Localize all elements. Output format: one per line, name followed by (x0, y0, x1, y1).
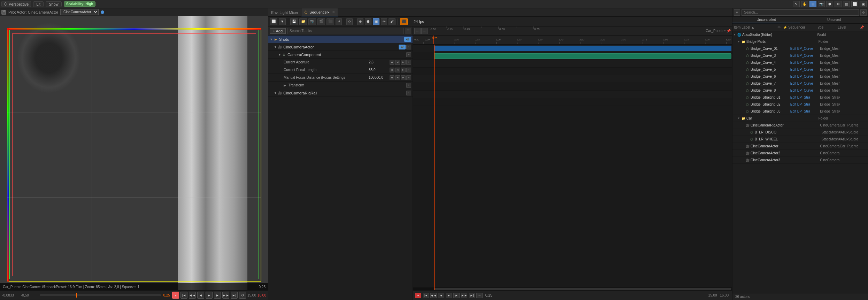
bp-loop-end-btn[interactable]: → (476, 293, 483, 298)
cursor-tool-btn[interactable]: ↖ (793, 1, 800, 7)
bp-record-btn[interactable]: ● (415, 293, 421, 298)
bp-prev-btn[interactable]: ◄◄ (430, 293, 437, 298)
mode2-btn[interactable]: ▼ (279, 18, 286, 25)
timeline-tracks-area[interactable] (413, 45, 732, 290)
bp-skip-end-btn[interactable]: ►| (469, 293, 475, 298)
ol-row-bstraight03[interactable]: ⬡ Bridge_Straight_03 Edit BP_Stra Bridge… (732, 108, 868, 115)
ol-row-bridgecurve5[interactable]: ⬡ Bridge_Curve_5 Edit BP_Curve Bridge_Me… (732, 66, 868, 73)
vp-prev-frame-btn[interactable]: ◄◄ (189, 292, 196, 299)
prop-focusdist-row[interactable]: Manual Focus Distance (Focus Settings 10… (268, 74, 413, 82)
viewport[interactable]: Car_Puente CineCamer: #flmbackPreset: 16… (0, 16, 268, 290)
ol-row-bridgecurve3[interactable]: ⬡ Bridge_Curve_3 Edit BP_Curve Bridge_Me… (732, 52, 868, 59)
env-light-mixer-tab[interactable]: Env. Light Mixer (268, 8, 301, 16)
camera-seq-btn[interactable]: 📷 (308, 18, 316, 25)
focal-prev-btn[interactable]: ◄ (395, 68, 400, 72)
tl-nav-left-btn[interactable]: ← (414, 28, 421, 34)
ol-row-bridgecurve7[interactable]: ⬡ Bridge_Curve_7 Edit BP_Curve Bridge_Me… (732, 80, 868, 87)
focus-key-btn[interactable]: ◆ (390, 75, 394, 80)
tl-shots-row[interactable] (413, 45, 732, 52)
tl-scrollbar[interactable] (413, 287, 732, 290)
aperture-add-btn[interactable]: + (406, 60, 411, 65)
search-tracks-input[interactable] (287, 28, 404, 34)
tracks-filter-btn[interactable]: ☰ (405, 28, 411, 34)
perspective-button[interactable]: ⬡ Perspective (1, 1, 31, 7)
save-btn[interactable]: 💾 (290, 18, 298, 25)
vp-timeline-scrub[interactable] (40, 294, 161, 296)
mode-btn[interactable]: ⬜ (270, 18, 277, 25)
pan-tool-btn[interactable]: ✋ (801, 1, 808, 7)
ol-row-cinecamactor2[interactable]: 🎥 CineCameraActor2 CineCameraA (732, 150, 868, 157)
lit-button[interactable]: Lit (33, 1, 44, 7)
arrow-btn[interactable]: ↗ (336, 18, 342, 25)
col-sequencer-label[interactable]: ⚡ Sequencer (783, 25, 816, 29)
uncontrolled-tab[interactable]: Uncontrolled (732, 17, 800, 23)
ol-row-car-folder[interactable]: ▼ 📁 Car Folder (732, 115, 868, 122)
outliner-search-input[interactable] (742, 9, 859, 16)
screen-tool-btn[interactable]: ⬜ (851, 1, 858, 7)
prop-aperture-row[interactable]: Current Aperture 2,8 ◆ ◄ ► + (268, 59, 413, 66)
focus-prev-btn[interactable]: ◄ (395, 75, 400, 80)
vp-next-frame-btn[interactable]: ►► (222, 292, 229, 299)
cinecam-clip[interactable] (434, 53, 731, 59)
vp-skip-end-btn[interactable]: ►| (231, 292, 238, 299)
bp-play-btn[interactable]: ► (446, 293, 452, 298)
pen-btn[interactable]: ✏ (381, 18, 387, 25)
vp-skip-start-btn[interactable]: |◄ (180, 292, 187, 299)
screen-size-btn[interactable]: ▣ (860, 1, 867, 7)
focus-add-btn[interactable]: + (406, 75, 411, 80)
ol-row-atluxstudio[interactable]: ▼ 🌐 AtluxStudio (Editor) World (732, 31, 868, 38)
col-item-label[interactable]: Item Label ▲ (734, 25, 777, 29)
transform-add-btn[interactable]: + (406, 83, 411, 88)
ol-row-bridgecurve4[interactable]: ⬡ Bridge_Curve_4 Edit BP_Curve Bridge_Me… (732, 59, 868, 66)
paint-btn[interactable]: 🖌 (389, 18, 395, 25)
ol-row-cinecamactor3[interactable]: 🎥 CineCameraActor3 CineCameraA (732, 157, 868, 164)
atlux-expand[interactable]: ▼ (732, 33, 737, 36)
bp-step-fwd-btn[interactable]: ► (453, 293, 460, 298)
vp-loop-btn[interactable]: ↺ (239, 292, 246, 299)
track-cinecamera[interactable]: ▼ 🎥 CineCameraActor 📹 + (268, 43, 413, 51)
record-btn[interactable]: ⬛ (400, 18, 408, 25)
outliner-settings-btn[interactable]: ⚙ (860, 9, 867, 16)
aperture-prev-btn[interactable]: ◄ (395, 60, 400, 65)
ol-row-bridgecurve01[interactable]: ⬡ Bridge_Curve_01 Edit BP_Curve Bridge_M… (732, 45, 868, 52)
shots-clip[interactable] (434, 46, 731, 51)
track-shots[interactable]: ▼ ▶ Shots 📹 (268, 36, 413, 43)
camcomp-ctrl-btn[interactable]: + (406, 52, 411, 57)
vp-record-btn[interactable]: ● (172, 292, 179, 299)
ol-row-cinecam-rig[interactable]: 🎥 CineCameraRigActor CineCamera1 Car_Pue… (732, 122, 868, 129)
film-btn[interactable]: 🎬 (317, 18, 325, 25)
prop-focallength-row[interactable]: Current Focal Length 85,0 ◆ ◄ ► + (268, 66, 413, 74)
col-level-label[interactable]: Level (838, 25, 860, 29)
vp-step-back-btn[interactable]: ◄ (197, 292, 204, 299)
mesh-tool-btn[interactable]: ⬢ (826, 1, 833, 7)
settings-tool-btn[interactable]: ⚙ (835, 1, 842, 7)
transform-btn[interactable]: ⊕ (357, 18, 363, 25)
show-button[interactable]: Show (46, 1, 62, 7)
aperture-next-btn[interactable]: ► (401, 60, 406, 65)
key-btn[interactable]: ⬛ (327, 18, 334, 25)
track-cameracomponent[interactable]: ▼ ⚙ CameraComponent + (268, 51, 413, 59)
focal-next-btn[interactable]: ► (401, 68, 406, 72)
grid-tool-btn[interactable]: ▦ (843, 1, 850, 7)
ol-row-bstraight02[interactable]: ⬡ Bridge_Straight_02 Edit BP_Stra Bridge… (732, 101, 868, 108)
add-track-button[interactable]: + Add (270, 28, 286, 34)
bridgeparts-expand[interactable]: ▼ (737, 40, 741, 43)
snap-seq-btn[interactable]: ⬢ (365, 18, 371, 25)
sequencer-tab[interactable]: ⏱ Sequencer• ✕ (301, 8, 338, 16)
select-btn[interactable]: ▣ (373, 18, 379, 25)
focal-add-btn[interactable]: + (406, 68, 411, 72)
prop-transform-row[interactable]: ▶ Transform + (268, 82, 413, 89)
tl-nav-right-btn[interactable]: → (421, 28, 428, 34)
focal-key-btn[interactable]: ◆ (390, 68, 394, 72)
ol-row-wheel[interactable]: ⬡ B_LR_WHEEL StaticMeshAc AtluxStudio (732, 136, 868, 143)
track-cinecamrigrail[interactable]: ▼ 🎥 CineCameraRigRail + (268, 89, 413, 97)
rigrail-add-btn[interactable]: + (406, 91, 411, 95)
ol-row-bridgecurve8[interactable]: ⬡ Bridge_Curve_8 Edit BP_Curve Bridge_Me… (732, 87, 868, 94)
ol-row-bstraight01[interactable]: ⬡ Bridge_Straight_01 Edit BP_Stra Bridge… (732, 94, 868, 101)
actor-dropdown[interactable]: CineCameraActor (60, 9, 99, 15)
cinecam-ctrl-btn[interactable]: + (406, 45, 411, 49)
aperture-key-btn[interactable]: ◆ (390, 60, 394, 65)
bp-step-back-btn[interactable]: ◄ (438, 293, 444, 298)
col-type-label[interactable]: Type (816, 25, 838, 29)
ol-row-bridgeparts[interactable]: ▼ 📁 Bridge Parts Folder (732, 38, 868, 45)
